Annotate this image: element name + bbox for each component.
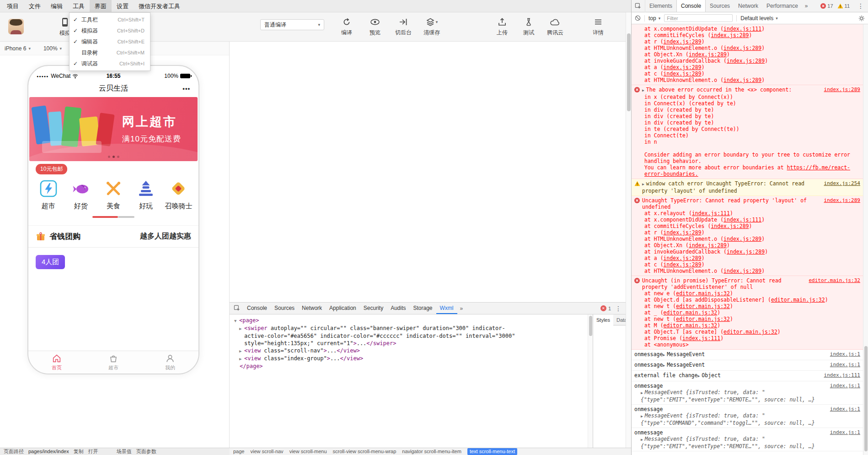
expand-arrow-icon[interactable]: ▶ xyxy=(663,352,665,358)
console-scrollbar[interactable] xyxy=(863,24,868,455)
more-tabs-chevron[interactable]: » xyxy=(802,3,811,9)
page-params-label[interactable]: 页面参数 xyxy=(136,449,156,454)
object-preview[interactable]: Object xyxy=(702,372,721,379)
file-link[interactable]: editor.main.js:32 xyxy=(771,297,825,303)
tabbar-item[interactable]: 我的 xyxy=(142,351,198,374)
file-link[interactable]: index.js:289 xyxy=(664,261,702,268)
view-menu-item[interactable]: 目录树Ctrl+Shift+M xyxy=(70,47,150,58)
test-button[interactable]: 测试 xyxy=(516,16,541,37)
file-link[interactable]: editor.main.js:32 xyxy=(664,322,718,329)
expand-arrow-icon[interactable]: ▶ xyxy=(642,87,644,94)
wxml-node[interactable]: </page> xyxy=(233,363,517,370)
menu-item-1[interactable]: 项目 xyxy=(2,0,24,12)
more-tabs-chevron[interactable]: » xyxy=(457,305,466,312)
object-preview[interactable]: MessageEvent {isTrusted: true, data: "{"… xyxy=(641,436,815,450)
devtools-menu-button[interactable]: ⋮ xyxy=(853,2,868,10)
file-link[interactable]: index.js:111 xyxy=(692,210,730,217)
wxml-node[interactable]: ▶<view class="scroll-nav">...</view> xyxy=(233,347,517,355)
device-select[interactable]: iPhone 6 ▾ xyxy=(5,45,31,52)
file-link[interactable]: index.js:289 xyxy=(727,249,765,255)
file-link[interactable]: index.js:289 xyxy=(689,51,727,58)
devtools-tab-sources[interactable]: Sources xyxy=(706,0,734,12)
object-preview[interactable]: MessageEvent xyxy=(667,362,705,368)
debugger-menu-button[interactable]: ⋮ xyxy=(611,305,626,312)
expand-arrow-icon[interactable]: ▶ xyxy=(697,373,700,379)
group-buy-section-header[interactable]: 省钱团购 越多人团越实惠 xyxy=(28,225,198,248)
breadcrumb-item[interactable]: page xyxy=(233,449,244,454)
background-button[interactable]: 切后台 xyxy=(391,16,416,37)
file-link[interactable]: index.js:289 xyxy=(723,77,761,83)
open-button[interactable]: 打开 xyxy=(88,449,98,454)
file-link[interactable]: index.js:111 xyxy=(824,372,860,379)
settings-gear-icon[interactable] xyxy=(858,15,865,22)
breadcrumb-item[interactable]: navigator scroll-menu-item xyxy=(402,449,461,454)
file-link[interactable]: editor.main.js:32 xyxy=(676,316,730,322)
group-size-badge[interactable]: 4人团 xyxy=(36,255,65,269)
file-link[interactable]: index.js:289 xyxy=(664,70,702,77)
breadcrumb-item[interactable]: view scroll-nav xyxy=(250,449,283,454)
file-link[interactable]: index.js:289 xyxy=(711,223,749,229)
devtools-tab-performance[interactable]: Performance xyxy=(762,0,802,12)
user-avatar[interactable] xyxy=(8,19,24,34)
log-levels-select[interactable]: Default levels ▾ xyxy=(740,15,778,22)
compile-mode-select[interactable]: 普通编译 ▾ xyxy=(260,19,324,30)
menu-item-7[interactable]: 微信开发者工具 xyxy=(134,0,185,12)
console-filter-input[interactable] xyxy=(664,14,733,22)
menu-item-2[interactable]: 文件 xyxy=(24,0,46,12)
scrollbar-thumb[interactable] xyxy=(864,346,868,451)
tabbar-item[interactable]: 超市 xyxy=(85,351,142,374)
expand-arrow-icon[interactable]: ▶ xyxy=(641,390,643,396)
file-link[interactable]: index.js:1 xyxy=(830,406,860,412)
wxml-scrollbar[interactable] xyxy=(588,314,593,448)
view-menu-item[interactable]: ✓模拟器Ctrl+Shift+D xyxy=(70,25,150,36)
breadcrumb-item[interactable]: text scroll-menu-text xyxy=(467,448,517,455)
inspect-icon[interactable] xyxy=(230,305,243,312)
inspect-icon[interactable] xyxy=(632,0,645,12)
console-prompt[interactable]: > xyxy=(632,451,863,455)
breadcrumb-item[interactable]: scroll-view scroll-menu-wrap xyxy=(333,449,396,454)
banner-swiper[interactable]: 网上超市 满10元免配送费 xyxy=(29,97,198,161)
cache-button[interactable]: ▾清缓存 xyxy=(419,16,444,37)
menu-item-4[interactable]: 工具 xyxy=(68,0,90,12)
file-link[interactable]: index.js:111 xyxy=(723,217,761,223)
file-link[interactable]: editor.main.js:32 xyxy=(723,329,777,335)
file-link[interactable]: index.js:289 xyxy=(723,236,761,242)
expand-arrow-icon[interactable]: ▶ xyxy=(239,347,244,355)
upload-button[interactable]: 上传 xyxy=(490,16,514,37)
file-link[interactable]: index.js:289 xyxy=(824,197,860,204)
category-item[interactable]: 召唤骑士 xyxy=(162,178,195,211)
category-item[interactable]: 超市 xyxy=(32,178,64,211)
file-link[interactable]: index.js:111 xyxy=(723,26,761,32)
wxml-node[interactable]: ▼<page> xyxy=(233,317,517,325)
expand-arrow-icon[interactable]: ▶ xyxy=(642,181,644,188)
file-link[interactable]: editor.main.js:32 xyxy=(809,277,860,284)
debugger-tab-security[interactable]: Security xyxy=(360,303,387,314)
file-link[interactable]: index.js:289 xyxy=(664,255,702,261)
file-link[interactable]: index.js:289 xyxy=(664,64,702,70)
expand-arrow-icon[interactable]: ▶ xyxy=(641,413,643,420)
file-link[interactable]: index.js:289 xyxy=(664,229,702,236)
preview-button[interactable]: 预览 xyxy=(363,16,387,37)
file-link[interactable]: index.js:1 xyxy=(830,383,860,389)
expand-arrow-icon[interactable]: ▶ xyxy=(663,363,665,369)
details-button[interactable]: 详情 xyxy=(586,16,611,37)
menu-item-3[interactable]: 编辑 xyxy=(46,0,68,12)
file-link[interactable]: editor.main.js:32 xyxy=(676,290,730,297)
expand-arrow-icon[interactable]: ▶ xyxy=(641,437,643,443)
execution-context-select[interactable]: top ▾ xyxy=(648,15,660,22)
file-link[interactable]: editor.main.js:32 xyxy=(664,309,718,316)
file-link[interactable]: index.js:289 xyxy=(723,268,761,274)
debugger-tab-network[interactable]: Network xyxy=(298,303,326,314)
wxml-node[interactable]: ▶<view class="index-group">...</view> xyxy=(233,355,517,363)
category-item[interactable]: 好货 xyxy=(64,178,97,211)
clear-console-icon[interactable] xyxy=(635,15,641,21)
cloud-button[interactable]: 腾讯云 xyxy=(543,16,568,37)
copy-button[interactable]: 复制 xyxy=(74,449,84,454)
category-item[interactable]: 美食 xyxy=(97,178,129,211)
menu-item-6[interactable]: 设置 xyxy=(112,0,134,12)
file-link[interactable]: index.js:289 xyxy=(723,45,761,51)
object-preview[interactable]: MessageEvent xyxy=(667,351,705,358)
debugger-tab-application[interactable]: Application xyxy=(326,303,360,314)
object-preview[interactable]: MessageEvent {isTrusted: true, data: "{"… xyxy=(641,389,815,403)
file-link[interactable]: index.js:254 xyxy=(824,180,860,187)
